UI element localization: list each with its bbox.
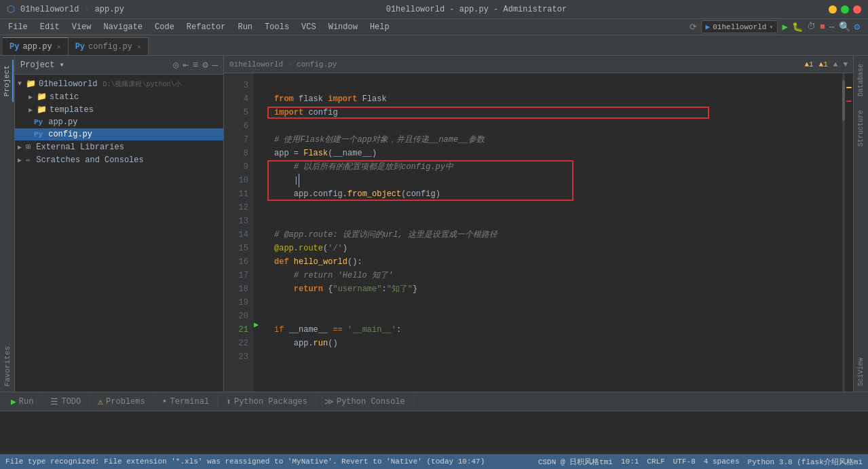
menu-run[interactable]: Run: [232, 21, 258, 33]
settings-panel-icon[interactable]: ⚙: [202, 59, 208, 71]
python-console-tab-label: Python Console: [337, 397, 405, 407]
collapse-icon[interactable]: ⇤: [183, 59, 188, 71]
menu-file[interactable]: File: [3, 21, 33, 33]
nav-down[interactable]: ▼: [843, 60, 848, 69]
code-line-11: app.config. from_object (config): [267, 187, 845, 201]
status-interpreter[interactable]: Python 3.8 (flask介绍风格mi: [748, 457, 863, 467]
code-content[interactable]: from flask import Flask import config: [267, 73, 845, 392]
code-container: 3 4 5 6 7 8 9 10 11 12 13 14 15 16 17 18: [224, 73, 853, 392]
title-project: 01helloworld: [20, 5, 79, 14]
tab-close-config-py[interactable]: ✕: [137, 43, 141, 51]
status-encoding[interactable]: UTF-8: [673, 457, 696, 466]
bottom-tab-todo[interactable]: ☰ TODO: [42, 392, 90, 411]
tree-item-config-py[interactable]: Py config.py: [15, 128, 223, 140]
title-bar: ⬡ 01helloworld › app.py 01helloworld - a…: [0, 0, 868, 19]
tab-close-app-py[interactable]: ✕: [57, 43, 61, 51]
bottom-tab-run[interactable]: ▶ Run: [3, 392, 42, 411]
line-num-8: 8: [224, 147, 254, 160]
run-config-selector[interactable]: ▶ 01helloworld ▾: [701, 20, 778, 33]
python-console-tab-icon: ≫: [324, 396, 334, 407]
sidebar-tab-sciview[interactable]: SciView: [856, 352, 866, 392]
settings-icon[interactable]: ⚙: [854, 21, 860, 33]
tab-icon-config-py: Py: [75, 42, 85, 52]
hide-icon[interactable]: —: [212, 60, 218, 71]
locate-icon[interactable]: ◎: [173, 59, 178, 71]
scroll-gutter: [845, 73, 853, 392]
nav-up[interactable]: ▲: [833, 60, 838, 69]
bottom-content: [0, 411, 868, 454]
code-line-4: from flask import Flask: [267, 92, 845, 106]
status-position[interactable]: 10:1: [621, 457, 639, 466]
chevron-templates: ▶: [29, 106, 33, 114]
debug-icon[interactable]: 🐛: [792, 22, 803, 33]
menu-edit[interactable]: Edit: [35, 21, 65, 33]
line-num-5: 5: [224, 106, 254, 119]
bottom-tab-bar: ▶ Run ☰ TODO ⚠ Problems ▪ Terminal ⬆ Pyt…: [0, 392, 868, 411]
line-num-22: 22: [224, 337, 254, 350]
app-py-label: app.py: [48, 117, 77, 127]
bottom-tab-python-console[interactable]: ≫ Python Console: [316, 392, 414, 411]
scrollbar-thumb[interactable]: [842, 80, 845, 121]
bottom-tab-python-packages[interactable]: ⬆ Python Packages: [218, 392, 316, 411]
run-tab-label: Run: [19, 397, 34, 407]
code-editor[interactable]: 3 4 5 6 7 8 9 10 11 12 13 14 15 16 17 18: [224, 73, 853, 392]
tree-item-ext-libs[interactable]: ▶ ⊞ External Libraries: [15, 140, 223, 153]
menu-navigate[interactable]: Navigate: [98, 21, 148, 33]
sidebar-tab-project[interactable]: Project: [1, 60, 14, 102]
line-numbers: 3 4 5 6 7 8 9 10 11 12 13 14 15 16 17 18: [224, 73, 254, 392]
chevron-ext-libs: ▶: [18, 143, 22, 151]
status-bar: File type recognized: File extension '*.…: [0, 454, 868, 469]
expand-icon[interactable]: ≡: [193, 60, 198, 71]
menu-refactor[interactable]: Refactor: [181, 21, 231, 33]
code-line-5: import config: [267, 106, 845, 119]
root-folder-icon: 📁: [26, 79, 36, 89]
stop-icon[interactable]: ■: [820, 22, 825, 32]
project-icon: ⬡: [7, 3, 15, 15]
menu-tools[interactable]: Tools: [259, 21, 295, 33]
tree-item-app-py[interactable]: Py app.py: [15, 116, 223, 128]
close-button[interactable]: [853, 5, 861, 14]
project-dropdown-label[interactable]: Project ▾: [20, 60, 64, 70]
run-icon[interactable]: ▶: [782, 21, 787, 33]
python-packages-tab-icon: ⬆: [226, 396, 231, 407]
line-num-12: 12: [224, 201, 254, 214]
code-line-9: # 以后所有的配置项都是放到config.py中: [267, 160, 845, 174]
error-marker-1: [846, 100, 852, 102]
title-sep: ›: [84, 5, 89, 14]
run-indicator-line21: ▶: [254, 318, 267, 331]
tree-item-templates[interactable]: ▶ 📁 templates: [15, 103, 223, 116]
tree-item-static[interactable]: ▶ 📁 static: [15, 90, 223, 103]
tab-app-py[interactable]: Py app.py ✕: [3, 37, 69, 55]
scrollbar-track[interactable]: [842, 73, 845, 392]
maximize-button[interactable]: [841, 5, 849, 14]
bottom-tab-problems[interactable]: ⚠ Problems: [90, 392, 153, 411]
menu-vcs[interactable]: VCS: [296, 21, 322, 33]
title-bar-right: [829, 5, 861, 14]
warning-badge: ▲1: [804, 60, 813, 69]
code-line-3: [267, 79, 845, 92]
code-line-19: [267, 296, 845, 309]
todo-tab-icon: ☰: [50, 396, 58, 407]
status-indent[interactable]: 4 spaces: [704, 457, 740, 466]
bottom-tab-terminal[interactable]: ▪ Terminal: [154, 392, 218, 411]
status-line-ending[interactable]: CRLF: [647, 457, 664, 466]
line-num-11: 11: [224, 187, 254, 201]
line-num-6: 6: [224, 119, 254, 133]
minimize-button[interactable]: [829, 5, 837, 14]
more-icon[interactable]: ⋯: [829, 22, 835, 33]
project-panel-header: Project ▾ ◎ ⇤ ≡ ⚙ —: [15, 56, 223, 75]
sidebar-tab-structure[interactable]: Structure: [856, 105, 866, 152]
sidebar-tab-favorites[interactable]: Favorites: [2, 341, 13, 392]
menu-help[interactable]: Help: [364, 21, 395, 33]
editor-area: 01helloworld › config.py ▲1 ▲1 ▲ ▼ 3 4 5…: [224, 56, 853, 392]
sidebar-tab-database[interactable]: Database: [856, 58, 866, 102]
coverage-icon[interactable]: ⏱: [807, 22, 816, 32]
menu-window[interactable]: Window: [323, 21, 363, 33]
tree-item-root[interactable]: ▼ 📁 01helloworld D:\视频课程\python\小: [15, 77, 223, 90]
search-icon[interactable]: 🔍: [839, 21, 850, 33]
menu-view[interactable]: View: [67, 21, 97, 33]
tab-config-py[interactable]: Py config.py ✕: [69, 37, 149, 55]
menu-code[interactable]: Code: [149, 21, 180, 33]
tree-item-scratches[interactable]: ▶ ✏ Scratches and Consoles: [15, 153, 223, 166]
file-tree: ▼ 📁 01helloworld D:\视频课程\python\小 ▶ 📁 st…: [15, 75, 223, 392]
